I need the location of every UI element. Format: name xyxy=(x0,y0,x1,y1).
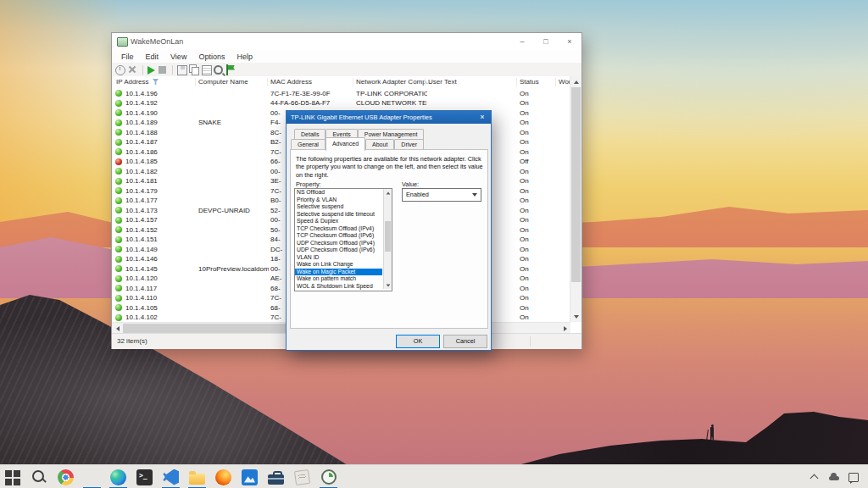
vertical-scrollbar[interactable] xyxy=(570,76,581,322)
dialog-description: The following properties are available f… xyxy=(296,155,484,179)
property-item[interactable]: Wake on pattern match xyxy=(295,275,382,283)
cell-status: On xyxy=(520,90,557,97)
menu-help[interactable]: Help xyxy=(231,53,259,61)
title-bar[interactable]: WakeMeOnLan – □ × xyxy=(112,33,581,51)
taskbar-button-monitor-app[interactable] xyxy=(79,465,105,488)
cell-ip: 10.1.4.157 xyxy=(125,216,195,224)
listbox-scroll-down-icon[interactable] xyxy=(384,281,392,289)
cell-ip: 10.1.4.188 xyxy=(125,129,195,136)
property-item[interactable]: Selective suspend idle timeout xyxy=(295,211,382,219)
offline-status-icon xyxy=(115,158,122,165)
listview-header[interactable]: IP AddressComputer NameMAC AddressNetwor… xyxy=(112,76,570,89)
cancel-button[interactable]: Cancel xyxy=(443,335,487,348)
property-item[interactable]: VLAN ID xyxy=(295,254,382,262)
online-status-icon xyxy=(115,304,122,311)
properties-icon[interactable] xyxy=(202,65,212,75)
taskbar-button-vscode[interactable] xyxy=(158,465,184,488)
property-item[interactable]: Speed & Duplex xyxy=(295,218,382,225)
table-row[interactable]: 10.1.4.19244-FA-66-D5-8A-F7CLOUD NETWORK… xyxy=(112,98,570,108)
taskbar-button-search[interactable] xyxy=(26,465,53,488)
taskbar-button-notes[interactable] xyxy=(289,465,315,488)
dialog-close-icon[interactable]: × xyxy=(474,111,491,124)
menu-options[interactable]: Options xyxy=(192,53,231,61)
property-item[interactable]: Wake on Magic Packet xyxy=(295,269,382,276)
header-separator xyxy=(353,78,353,86)
header-separator xyxy=(267,78,268,86)
onedrive-icon[interactable] xyxy=(828,471,840,483)
wake-up-computer-icon[interactable] xyxy=(115,65,125,75)
vscode-icon xyxy=(163,469,179,485)
property-item[interactable]: Priority & VLAN xyxy=(295,197,382,204)
column-header-network-adapter-comp[interactable]: Network Adapter Comp... xyxy=(356,78,431,86)
action-center-icon[interactable] xyxy=(848,471,860,483)
property-label: Property: xyxy=(296,180,321,188)
cell-status: On xyxy=(520,197,557,204)
ok-button[interactable]: OK xyxy=(396,335,440,348)
column-header-user-text[interactable]: User Text xyxy=(428,78,457,86)
property-item[interactable]: TCP Checksum Offload (IPv4) xyxy=(295,225,382,233)
vertical-scroll-thumb[interactable] xyxy=(571,87,581,282)
property-item[interactable]: UDP Checksum Offload (IPv4) xyxy=(295,240,382,247)
table-row[interactable]: 10.1.4.1967C-F1-7E-3E-99-0FTP-LINK CORPO… xyxy=(112,88,570,98)
cell-ip: 10.1.4.110 xyxy=(125,294,195,302)
property-item[interactable]: TCP Checksum Offload (IPv6) xyxy=(295,232,382,240)
cell-status: On xyxy=(520,148,557,156)
dialog-title-bar[interactable]: TP-LINK Gigabit Ethernet USB Adapter Pro… xyxy=(287,111,491,124)
property-item[interactable]: WOL & Shutdown Link Speed xyxy=(295,283,382,291)
property-item[interactable]: Wake on Link Change xyxy=(295,261,382,269)
column-header-computer-name[interactable]: Computer Name xyxy=(198,78,248,86)
listbox-scrollbar[interactable] xyxy=(383,189,392,289)
column-header-ip-address[interactable]: IP Address xyxy=(116,78,149,86)
taskbar-button-photos[interactable] xyxy=(236,465,263,488)
menu-edit[interactable]: Edit xyxy=(140,53,165,61)
taskbar-button-briefcase[interactable] xyxy=(263,465,289,488)
property-item[interactable]: Selective suspend xyxy=(295,203,382,211)
search-icon xyxy=(31,469,47,485)
cell-ip: 10.1.4.105 xyxy=(125,304,195,312)
taskbar-button-wakemeonlan[interactable] xyxy=(315,465,342,488)
cell-status: On xyxy=(520,304,557,312)
taskbar-button-explorer[interactable] xyxy=(184,465,210,488)
minimize-button[interactable]: – xyxy=(510,33,534,50)
maximize-button[interactable]: □ xyxy=(534,33,558,50)
property-item[interactable]: NS Offload xyxy=(295,189,382,197)
listbox-scroll-up-icon[interactable] xyxy=(384,189,392,197)
scroll-up-icon[interactable] xyxy=(570,76,581,87)
dialog-title: TP-LINK Gigabit Ethernet USB Adapter Pro… xyxy=(291,114,432,121)
close-button[interactable]: × xyxy=(558,33,581,50)
taskbar-button-chrome[interactable] xyxy=(53,465,79,488)
menu-file[interactable]: File xyxy=(115,53,140,61)
save-icon[interactable] xyxy=(177,65,187,75)
column-header-status[interactable]: Status xyxy=(520,78,539,86)
toolbar-separator xyxy=(142,65,143,75)
find-icon[interactable] xyxy=(214,65,223,75)
value-dropdown[interactable]: Enabled xyxy=(402,188,481,202)
copy-icon[interactable] xyxy=(189,64,200,75)
listbox-scroll-thumb[interactable] xyxy=(385,221,391,252)
statusbar-separator xyxy=(530,336,531,347)
delete-icon[interactable] xyxy=(127,64,138,75)
tab-advanced[interactable]: Advanced xyxy=(326,137,365,151)
online-status-icon xyxy=(115,90,122,97)
taskbar-button-terminal[interactable] xyxy=(131,465,158,488)
nirsoft-tool-icon[interactable] xyxy=(225,64,236,75)
column-header-mac-address[interactable]: MAC Address xyxy=(270,78,312,86)
online-status-icon xyxy=(115,256,122,263)
property-item[interactable]: UDP Checksum Offload (IPv6) xyxy=(295,247,382,254)
menu-view[interactable]: View xyxy=(164,53,192,61)
online-status-icon xyxy=(115,139,122,146)
start-scanning-icon[interactable] xyxy=(147,66,155,75)
stop-scanning-icon[interactable] xyxy=(159,66,166,74)
tray-expand-icon[interactable] xyxy=(809,471,821,483)
online-status-icon xyxy=(115,246,122,252)
property-listbox[interactable]: NS OffloadPriority & VLANSelective suspe… xyxy=(294,188,392,291)
taskbar-button-edge[interactable] xyxy=(105,465,131,488)
toolbar-separator xyxy=(172,65,173,75)
scroll-down-icon[interactable] xyxy=(570,311,581,322)
taskbar-button-start[interactable] xyxy=(0,465,26,488)
taskbar-button-firefox[interactable] xyxy=(210,465,236,488)
online-status-icon xyxy=(115,226,122,233)
online-status-icon xyxy=(115,168,122,175)
cell-ip: 10.1.4.186 xyxy=(125,148,195,156)
hiker-silhouette xyxy=(706,424,718,443)
